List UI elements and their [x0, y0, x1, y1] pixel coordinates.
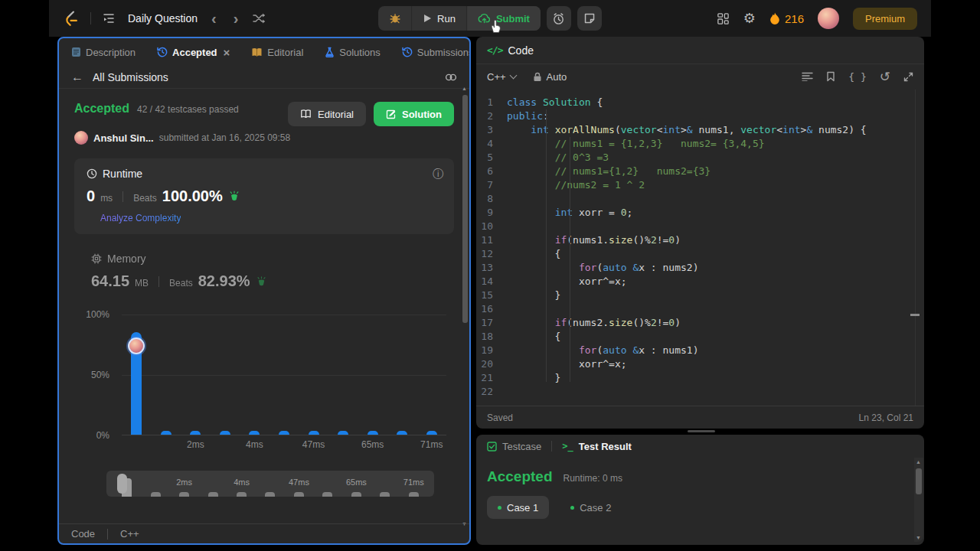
runtime-bar[interactable]	[309, 431, 319, 435]
code-editor-panel: </> Code C++ Auto { } ↺	[476, 37, 924, 429]
code-line[interactable]: 22	[476, 385, 924, 399]
code-line[interactable]: 16	[476, 302, 924, 316]
code-line[interactable]: 12 {	[476, 247, 924, 261]
code-editor[interactable]: 1class Solution {2public:3 int xorAllNum…	[476, 90, 924, 406]
layout-grid-icon[interactable]	[717, 12, 730, 25]
code-line[interactable]: 9 int xorr = 0;	[476, 206, 924, 220]
back-arrow-icon[interactable]: ←	[71, 70, 83, 84]
close-tab-icon[interactable]: ×	[224, 46, 230, 59]
chart-brush-minimap[interactable]: 2ms4ms47ms65ms71ms	[106, 471, 434, 497]
runtime-bar[interactable]	[397, 431, 407, 435]
code-line[interactable]: 1class Solution {	[476, 96, 924, 109]
code-line[interactable]: 13 for(auto &x : nums2)	[476, 261, 924, 275]
code-line[interactable]: 5 // 0^3 =3	[476, 151, 924, 165]
code-line[interactable]: 21 }	[476, 371, 924, 385]
test-panel-scrollbar[interactable]: ▲ ▼	[914, 458, 923, 542]
code-line[interactable]: 3 int xorAllNums(vector<int>& nums1, vec…	[476, 123, 924, 137]
user-position-marker[interactable]	[128, 337, 145, 354]
prev-question-button[interactable]: ‹	[208, 11, 220, 26]
code-line[interactable]: 20 xorr^=x;	[476, 357, 924, 371]
runtime-bar[interactable]	[426, 431, 437, 435]
code-line[interactable]: 2public:	[476, 109, 924, 123]
tab-testcase[interactable]: Testcase	[487, 441, 541, 452]
footer-code-label[interactable]: Code	[71, 528, 95, 540]
bookmark-icon[interactable]	[826, 71, 835, 82]
code-line[interactable]: 19 for(auto &x : nums1)	[476, 344, 924, 357]
editorial-button[interactable]: Editorial	[288, 102, 366, 126]
runtime-card[interactable]: Runtime ⓘ 0 ms Beats 100.00% Analyze Com…	[74, 158, 454, 234]
runtime-bar[interactable]	[279, 431, 289, 435]
flame-icon	[769, 12, 780, 25]
memory-section[interactable]: Memory 64.15 MB Beats 82.93%	[91, 253, 454, 290]
code-line[interactable]: 18 {	[476, 330, 924, 344]
brackets-icon[interactable]: { }	[848, 72, 866, 82]
solution-button[interactable]: Solution	[374, 102, 454, 126]
code-line[interactable]: 15 }	[476, 289, 924, 302]
code-line[interactable]: 4 // nums1 = {1,2,3} nums2= {3,4,5}	[476, 137, 924, 151]
debug-button[interactable]	[378, 6, 412, 31]
runtime-bar[interactable]	[220, 431, 230, 435]
editor-scrollbar[interactable]	[915, 90, 916, 406]
info-icon[interactable]: ⓘ	[433, 168, 443, 181]
scroll-up-icon[interactable]: ▲	[915, 459, 922, 465]
runtime-bar[interactable]	[338, 431, 348, 435]
analyze-complexity-link[interactable]: Analyze Complexity	[100, 213, 181, 223]
code-panel-title[interactable]: Code	[508, 44, 533, 57]
code-line[interactable]: 7 //nums2 = 1 ^ 2	[476, 178, 924, 192]
user-avatar[interactable]	[818, 8, 839, 29]
case-1-chip[interactable]: Case 1	[487, 496, 549, 519]
scroll-up-icon[interactable]: ▲	[461, 86, 468, 91]
premium-button[interactable]: Premium	[853, 8, 917, 30]
undo-reset-icon[interactable]: ↺	[880, 70, 890, 83]
tab-submissions[interactable]: Submissions	[397, 47, 471, 58]
scroll-down-icon[interactable]: ▼	[915, 535, 922, 540]
cursor-position[interactable]: Ln 23, Col 21	[859, 412, 913, 423]
runtime-bar[interactable]	[249, 431, 260, 435]
tab-test-result[interactable]: >_ Test Result	[562, 441, 632, 452]
author-name[interactable]: Anshul Sin...	[93, 132, 154, 144]
timer-button[interactable]	[547, 6, 571, 31]
code-line[interactable]: 11 if(nums1.size()%2!=0)	[476, 233, 924, 247]
tab-accepted[interactable]: Accepted ×	[152, 46, 234, 59]
submit-button[interactable]: Submit	[467, 6, 541, 31]
minimap-label	[141, 478, 169, 487]
copy-link-icon[interactable]	[445, 73, 457, 82]
case-2-chip[interactable]: Case 2	[560, 496, 622, 519]
streak-counter[interactable]: 216	[769, 12, 804, 25]
expand-icon[interactable]	[903, 72, 913, 82]
code-line[interactable]: 17 if(nums2.size()%2!=0)	[476, 316, 924, 330]
problem-list-icon[interactable]	[102, 11, 116, 25]
language-selector[interactable]: C++	[487, 71, 516, 83]
runtime-bar[interactable]	[368, 431, 378, 435]
code-line[interactable]: 10	[476, 220, 924, 233]
brush-handle[interactable]	[117, 474, 127, 494]
tab-solutions[interactable]: Solutions	[320, 47, 384, 58]
code-line[interactable]: 8	[476, 192, 924, 206]
daily-question-label[interactable]: Daily Question	[128, 12, 198, 24]
format-code-icon[interactable]	[802, 72, 813, 81]
auto-save-indicator[interactable]: Auto	[533, 71, 567, 83]
line-number: 9	[476, 206, 507, 220]
notes-button[interactable]	[577, 6, 602, 31]
runtime-bar[interactable]	[190, 431, 201, 435]
tab-description[interactable]: Description	[67, 47, 140, 58]
next-question-button[interactable]: ›	[230, 11, 242, 26]
leetcode-logo-icon[interactable]	[63, 10, 80, 27]
footer-language-label[interactable]: C++	[120, 528, 139, 540]
editor-scroll-thumb[interactable]	[910, 314, 920, 316]
scrollbar-thumb[interactable]	[462, 95, 468, 323]
run-button[interactable]: Run	[412, 6, 467, 31]
random-question-icon[interactable]	[252, 11, 266, 25]
left-panel-scrollbar[interactable]: ▲ ▼	[461, 90, 469, 522]
settings-gear-icon[interactable]: ⚙	[743, 11, 756, 25]
code-line-content: for(auto &x : nums1)	[507, 344, 698, 357]
code-line[interactable]: 14 xorr^=x;	[476, 275, 924, 289]
tab-editorial[interactable]: Editorial	[247, 47, 308, 58]
runtime-bar[interactable]	[161, 431, 172, 435]
minimap-bar	[351, 492, 361, 497]
minimap-label	[371, 478, 399, 487]
scrollbar-thumb[interactable]	[916, 468, 922, 494]
panel-resize-handle[interactable]	[688, 430, 715, 432]
all-submissions-title[interactable]: All Submissions	[93, 71, 168, 83]
code-line[interactable]: 6 // nums1={1,2} nums2={3}	[476, 165, 924, 178]
